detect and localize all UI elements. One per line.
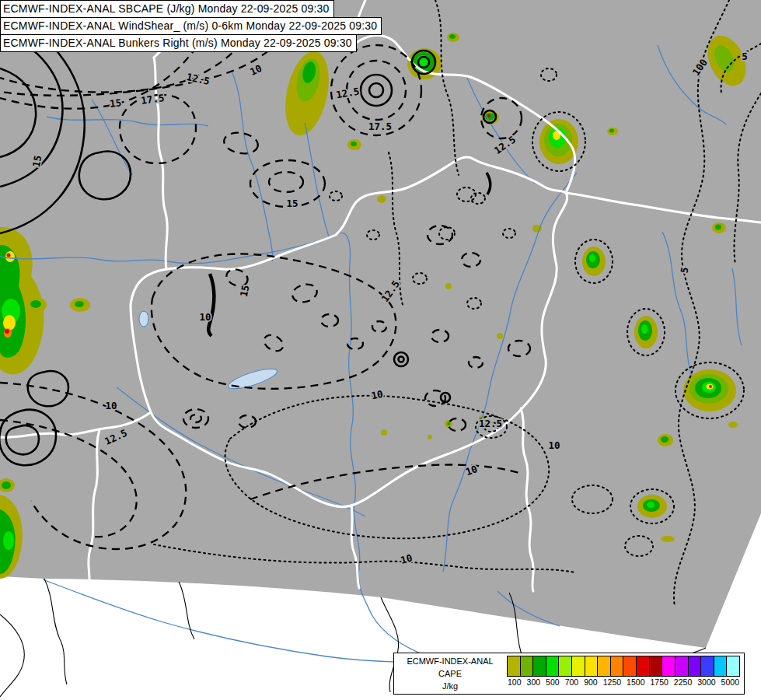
colorbar-tick-label: 1500 bbox=[627, 677, 644, 687]
colorbar-cell bbox=[598, 656, 611, 677]
title-windshear: ECMWF-INDEX-ANAL WindShear_ (m/s) 0-6km … bbox=[0, 17, 382, 35]
title-bunkers: ECMWF-INDEX-ANAL Bunkers Right (m/s) Mon… bbox=[0, 34, 357, 52]
colorbar-cell bbox=[611, 656, 624, 677]
colorbar-cell bbox=[585, 656, 599, 677]
contour-label: 10 bbox=[370, 388, 384, 402]
colorbar-cell bbox=[559, 656, 572, 677]
colorbar-tick-label: 3000 bbox=[697, 677, 715, 687]
colorbar-cell bbox=[650, 656, 663, 677]
contour-label: 17.5 bbox=[368, 121, 392, 132]
colorbar-cell bbox=[727, 656, 740, 677]
colorbar-cell bbox=[689, 656, 702, 677]
colorbar-cell bbox=[701, 656, 714, 677]
colorbar-tick-label: 900 bbox=[584, 677, 598, 687]
title-sbcape: ECMWF-INDEX-ANAL SBCAPE (J/kg) Monday 22… bbox=[0, 0, 334, 18]
contour-label: 15 bbox=[109, 96, 121, 109]
contour-label: 15 bbox=[238, 284, 252, 298]
colorbar-cell bbox=[507, 656, 521, 677]
colorbar-tick-label: 500 bbox=[546, 677, 560, 687]
legend-ticks: 100300500700900125015001750225030005000 bbox=[507, 677, 740, 687]
colorbar-cell bbox=[714, 656, 728, 677]
contour-label: 15 bbox=[286, 198, 298, 209]
contour-label: 12.5 bbox=[479, 418, 502, 429]
contour-label: 10 bbox=[105, 400, 117, 411]
colorbar-cell bbox=[546, 656, 560, 677]
colorbar-cell bbox=[572, 656, 585, 677]
legend-parameter: CAPE bbox=[398, 669, 502, 678]
contour-label: 10 bbox=[199, 311, 211, 323]
legend-colorbar bbox=[507, 656, 740, 677]
lake-neusiedl bbox=[139, 311, 148, 327]
colorbar-cell bbox=[533, 656, 546, 677]
weather-map: 17.51512.51012.517.5151512.5101012.512.5… bbox=[0, 0, 761, 700]
colorbar-cell bbox=[521, 656, 534, 677]
contour-label: 15 bbox=[30, 154, 44, 167]
colorbar-cell bbox=[662, 656, 675, 677]
legend-units: J/kg bbox=[398, 681, 502, 691]
colorbar-cell bbox=[675, 656, 689, 677]
colorbar-cell bbox=[623, 656, 637, 677]
colorbar-cell bbox=[637, 656, 650, 677]
legend: ECMWF-INDEX-ANAL CAPE J/kg 1003005007009… bbox=[393, 653, 745, 695]
legend-title: ECMWF-INDEX-ANAL bbox=[398, 656, 502, 666]
contour-label: 10 bbox=[548, 439, 560, 451]
legend-meta: ECMWF-INDEX-ANAL CAPE J/kg bbox=[398, 656, 502, 691]
colorbar-tick-label: 100 bbox=[508, 677, 522, 687]
colorbar-tick-label: 1250 bbox=[603, 677, 621, 687]
contour-label: 5 bbox=[742, 51, 748, 62]
title-block: ECMWF-INDEX-ANAL SBCAPE (J/kg) Monday 22… bbox=[0, 0, 382, 52]
colorbar-tick-label: 300 bbox=[527, 677, 541, 687]
colorbar-tick-label: 1750 bbox=[650, 677, 668, 687]
colorbar-tick-label: 5000 bbox=[721, 677, 739, 687]
colorbar-tick-label: 700 bbox=[565, 677, 579, 687]
legend-colorbar-block: 100300500700900125015001750225030005000 bbox=[507, 656, 740, 691]
colorbar-tick-label: 2250 bbox=[674, 677, 692, 687]
